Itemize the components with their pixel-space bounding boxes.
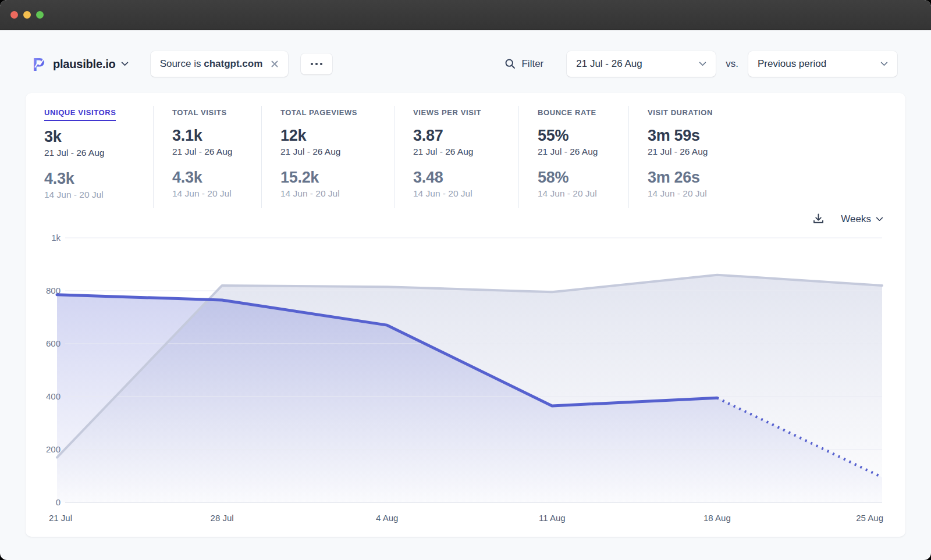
metric-label[interactable]: TOTAL VISITS (172, 108, 227, 120)
metrics-row: UNIQUE VISITORS 3k 21 Jul - 26 Aug 4.3k … (44, 106, 887, 208)
site-name: plausible.io (53, 58, 116, 71)
remove-filter-button[interactable] (271, 60, 279, 68)
metric-current-value: 3.87 (413, 127, 518, 145)
metric-previous-period: 14 Jun - 20 Jul (538, 188, 628, 199)
metric-previous-period: 14 Jun - 20 Jul (172, 188, 261, 199)
search-icon (504, 58, 516, 70)
x-axis-tick: 21 Jul (49, 513, 72, 523)
ellipsis-icon (310, 62, 323, 66)
y-axis-tick: 1k (51, 233, 61, 242)
export-button[interactable] (812, 213, 825, 225)
comparison-dropdown[interactable]: Previous period (748, 51, 897, 77)
filter-button[interactable]: Filter (504, 58, 543, 70)
metric-current-value: 3m 59s (648, 127, 887, 145)
zoom-window-button[interactable] (36, 11, 44, 19)
comparison-value: Previous period (758, 58, 826, 70)
x-axis-tick: 25 Aug (856, 513, 883, 523)
filter-chip-text: Source is chatgpt.com (160, 58, 263, 70)
metric-label[interactable]: VIEWS PER VISIT (413, 108, 481, 120)
visitors-chart[interactable]: 02004006008001k21 Jul28 Jul4 Aug11 Aug18… (44, 226, 887, 529)
window-titlebar (0, 0, 931, 30)
chevron-down-icon (876, 217, 883, 222)
metric-total-visits[interactable]: TOTAL VISITS 3.1k 21 Jul - 26 Aug 4.3k 1… (154, 106, 262, 208)
metric-total-pageviews[interactable]: TOTAL PAGEVIEWS 12k 21 Jul - 26 Aug 15.2… (262, 106, 395, 208)
vs-label: vs. (726, 58, 738, 70)
metric-current-period: 21 Jul - 26 Aug (413, 147, 518, 157)
dashboard-header: P plausible.io Source is chatgpt.com (0, 30, 931, 93)
plausible-logo-icon: P (33, 55, 48, 73)
metric-previous-period: 14 Jun - 20 Jul (44, 190, 153, 200)
metric-label[interactable]: UNIQUE VISITORS (44, 108, 116, 121)
metric-label[interactable]: BOUNCE RATE (538, 108, 596, 120)
minimize-window-button[interactable] (23, 11, 31, 19)
close-window-button[interactable] (10, 11, 18, 19)
metric-current-value: 3k (44, 128, 153, 146)
more-filters-button[interactable] (301, 53, 332, 74)
download-icon (812, 213, 825, 225)
metric-previous-period: 14 Jun - 20 Jul (280, 188, 394, 199)
filter-button-label: Filter (521, 58, 543, 70)
app-window: P plausible.io Source is chatgpt.com (0, 0, 931, 560)
metric-current-value: 12k (280, 127, 394, 145)
date-range-value: 21 Jul - 26 Aug (576, 58, 642, 70)
metric-visit-duration[interactable]: VISIT DURATION 3m 59s 21 Jul - 26 Aug 3m… (629, 106, 887, 208)
metric-views-per-visit[interactable]: VIEWS PER VISIT 3.87 21 Jul - 26 Aug 3.4… (395, 106, 519, 208)
metric-bounce-rate[interactable]: BOUNCE RATE 55% 21 Jul - 26 Aug 58% 14 J… (519, 106, 629, 208)
interval-value: Weeks (841, 213, 871, 225)
metric-current-period: 21 Jul - 26 Aug (172, 147, 261, 157)
metric-current-period: 21 Jul - 26 Aug (280, 147, 394, 157)
metric-current-period: 21 Jul - 26 Aug (648, 147, 887, 157)
x-axis-tick: 18 Aug (703, 513, 731, 523)
filter-chip-source[interactable]: Source is chatgpt.com (151, 51, 289, 77)
chevron-down-icon (880, 62, 888, 66)
metric-previous-value: 58% (538, 169, 628, 187)
x-axis-tick: 11 Aug (539, 513, 566, 523)
metric-label[interactable]: TOTAL PAGEVIEWS (280, 108, 357, 120)
metric-current-value: 55% (538, 127, 628, 145)
traffic-lights (10, 11, 44, 19)
y-axis-tick: 400 (46, 391, 61, 401)
interval-dropdown[interactable]: Weeks (841, 213, 883, 225)
metric-previous-value: 4.3k (44, 170, 153, 188)
analytics-card: UNIQUE VISITORS 3k 21 Jul - 26 Aug 4.3k … (26, 93, 905, 537)
metric-previous-value: 3m 26s (648, 169, 887, 187)
metric-previous-period: 14 Jun - 20 Jul (648, 188, 887, 199)
metric-current-period: 21 Jul - 26 Aug (44, 148, 153, 158)
metric-unique-visitors[interactable]: UNIQUE VISITORS 3k 21 Jul - 26 Aug 4.3k … (44, 106, 154, 208)
date-range-dropdown[interactable]: 21 Jul - 26 Aug (567, 51, 716, 77)
metric-label[interactable]: VISIT DURATION (648, 108, 713, 120)
metric-current-period: 21 Jul - 26 Aug (538, 147, 628, 157)
close-icon (271, 60, 279, 68)
metric-current-value: 3.1k (172, 127, 261, 145)
metric-previous-value: 4.3k (172, 169, 261, 187)
y-axis-tick: 600 (46, 338, 61, 348)
x-axis-tick: 4 Aug (376, 513, 398, 523)
metric-previous-value: 3.48 (413, 169, 518, 187)
site-switcher[interactable]: P plausible.io (33, 55, 129, 73)
chevron-down-icon (121, 62, 129, 66)
chart-controls: Weeks (44, 213, 883, 225)
x-axis-tick: 28 Jul (211, 513, 234, 523)
metric-previous-period: 14 Jun - 20 Jul (413, 188, 518, 199)
metric-previous-value: 15.2k (280, 169, 394, 187)
y-axis-tick: 200 (46, 444, 61, 454)
y-axis-tick: 0 (56, 497, 61, 507)
chevron-down-icon (699, 62, 706, 66)
